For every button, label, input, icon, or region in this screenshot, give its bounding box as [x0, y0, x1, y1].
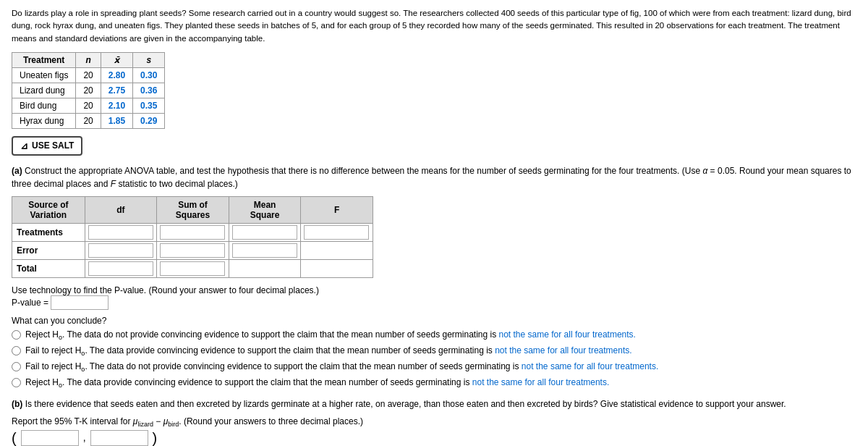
cell-xbar: 2.75 [101, 83, 132, 98]
table-row: Bird dung 20 2.10 0.35 [12, 98, 165, 113]
anova-f-treatments-cell [301, 223, 373, 241]
cell-xbar: 2.80 [101, 67, 132, 83]
anova-header-ms: MeanSquare [229, 196, 301, 223]
anova-header-df: df [85, 196, 157, 223]
cell-treatment: Uneaten figs [12, 67, 76, 83]
anova-header-f: F [301, 196, 373, 223]
anova-df-treatments-input[interactable] [88, 225, 153, 240]
cell-treatment: Bird dung [12, 98, 76, 113]
interval-label-row: Report the 95% T-K interval for μlizard … [12, 415, 856, 430]
part-a-label: (a) [12, 166, 22, 176]
conclude-radio-2[interactable] [12, 346, 21, 355]
anova-ms-treatments-input[interactable] [232, 225, 297, 240]
conclude-text-3: Fail to reject Ho. The data do not provi… [25, 361, 658, 374]
anova-row-total: Total [12, 259, 373, 277]
table-row: Lizard dung 20 2.75 0.36 [12, 83, 165, 98]
anova-df-error-input[interactable] [88, 243, 153, 258]
cell-n: 20 [76, 67, 101, 83]
cell-s: 0.35 [133, 98, 165, 113]
interval-input-row: ( , ) [12, 430, 856, 446]
cell-treatment: Hyrax dung [12, 113, 76, 128]
cell-s: 0.36 [133, 83, 165, 98]
conclude-section: What can you conclude? Reject Ho. The da… [12, 316, 856, 390]
anova-ss-error-input[interactable] [160, 243, 225, 258]
conclude-option-3: Fail to reject Ho. The data do not provi… [12, 361, 856, 374]
anova-ms-error-input[interactable] [232, 243, 297, 258]
intro-paragraph: Do lizards play a role in spreading plan… [12, 7, 856, 45]
anova-df-total-input[interactable] [88, 261, 153, 276]
conclude-heading: What can you conclude? [12, 316, 856, 326]
anova-label-treatments: Treatments [12, 223, 85, 241]
conclude-option-1: Reject Ho. The data do not provide convi… [12, 329, 856, 342]
anova-header-ss: Sum ofSquares [157, 196, 229, 223]
conclude-text-2: Fail to reject Ho. The data provide conv… [25, 345, 632, 358]
col-header-s: s [133, 52, 165, 67]
anova-ss-total-input[interactable] [160, 261, 225, 276]
pvalue-label: P-value = [12, 298, 51, 308]
anova-df-total-cell [85, 259, 157, 277]
part-a-text: Construct the appropriate ANOVA table, a… [12, 166, 851, 189]
col-header-xbar: x̄ [101, 52, 132, 67]
conclude-text-4: Reject Ho. The data provide convincing e… [25, 376, 609, 390]
close-paren: ) [153, 431, 158, 445]
cell-n: 20 [76, 98, 101, 113]
pvalue-section: Use technology to find the P-value. (Rou… [12, 285, 856, 310]
anova-ms-total-cell [229, 259, 301, 277]
anova-table: Source ofVariation df Sum ofSquares Mean… [12, 196, 373, 278]
col-header-treatment: Treatment [12, 52, 76, 67]
anova-row-error: Error [12, 241, 373, 259]
cell-xbar: 1.85 [101, 113, 132, 128]
part-a-question: (a) Construct the appropriate ANOVA tabl… [12, 164, 856, 190]
use-salt-label: USE SALT [32, 140, 74, 151]
anova-ss-treatments-input[interactable] [160, 225, 225, 240]
data-table: Treatment n x̄ s Uneaten figs 20 2.80 0.… [12, 52, 165, 129]
anova-label-total: Total [12, 259, 85, 277]
salt-icon: ⊿ [20, 140, 28, 151]
anova-f-error-cell [301, 241, 373, 259]
conclude-option-4: Reject Ho. The data provide convincing e… [12, 376, 856, 390]
table-row: Hyrax dung 20 1.85 0.29 [12, 113, 165, 128]
anova-ss-error-cell [157, 241, 229, 259]
pvalue-instruction: Use technology to find the P-value. (Rou… [12, 285, 319, 295]
anova-row-treatments: Treatments [12, 223, 373, 241]
cell-n: 20 [76, 83, 101, 98]
conclude-radio-3[interactable] [12, 362, 21, 371]
conclude-option-2: Fail to reject Ho. The data provide conv… [12, 345, 856, 358]
conclude-text-1: Reject Ho. The data do not provide convi… [25, 329, 636, 342]
part-b-section: (b) Is there evidence that seeds eaten a… [12, 397, 856, 446]
anova-ss-treatments-cell [157, 223, 229, 241]
anova-f-total-cell [301, 259, 373, 277]
conclude-radio-1[interactable] [12, 330, 21, 340]
anova-ss-total-cell [157, 259, 229, 277]
anova-ms-treatments-cell [229, 223, 301, 241]
cell-xbar: 2.10 [101, 98, 132, 113]
anova-header-source: Source ofVariation [12, 196, 85, 223]
anova-f-treatments-input[interactable] [304, 225, 369, 240]
cell-n: 20 [76, 113, 101, 128]
interval-upper-input[interactable] [90, 430, 148, 446]
part-b-question: (b) Is there evidence that seeds eaten a… [12, 397, 856, 411]
anova-df-error-cell [85, 241, 157, 259]
cell-s: 0.29 [133, 113, 165, 128]
anova-ms-error-cell [229, 241, 301, 259]
col-header-n: n [76, 52, 101, 67]
anova-df-treatments-cell [85, 223, 157, 241]
interval-comma: , [83, 430, 86, 445]
open-paren: ( [12, 431, 17, 445]
table-row: Uneaten figs 20 2.80 0.30 [12, 67, 165, 83]
anova-label-error: Error [12, 241, 85, 259]
cell-treatment: Lizard dung [12, 83, 76, 98]
pvalue-input[interactable] [51, 295, 109, 310]
cell-s: 0.30 [133, 67, 165, 83]
interval-lower-input[interactable] [21, 430, 79, 446]
conclude-radio-4[interactable] [12, 378, 21, 387]
use-salt-button[interactable]: ⊿ USE SALT [12, 136, 82, 156]
